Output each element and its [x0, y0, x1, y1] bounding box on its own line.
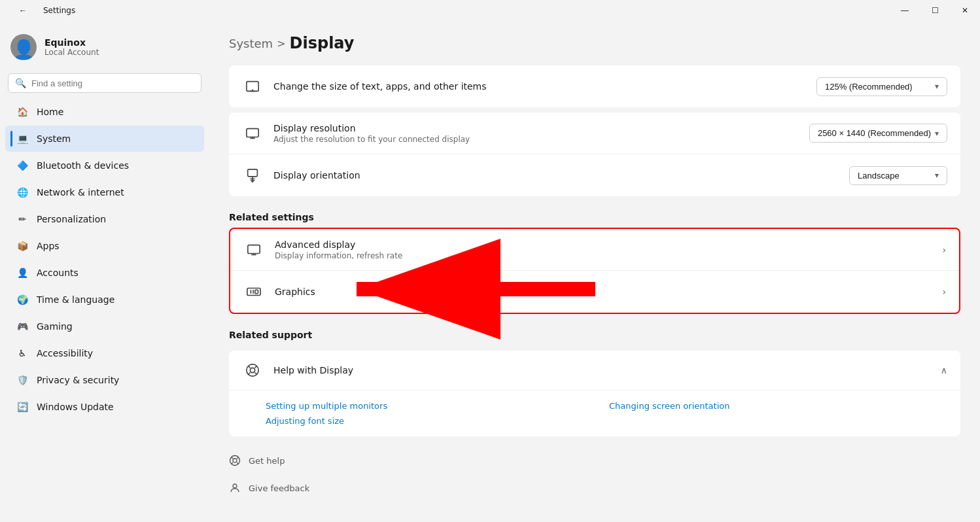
- back-button[interactable]: ←: [8, 0, 38, 21]
- resolution-row[interactable]: Display resolution Adjust the resolution…: [229, 113, 960, 154]
- bluetooth-nav-icon: 🔷: [16, 159, 29, 172]
- apps-nav-icon: 📦: [16, 239, 29, 252]
- advanced-display-chevron-icon: ›: [942, 245, 946, 255]
- sidebar-item-personalization[interactable]: ✏️Personalization: [5, 206, 204, 232]
- scale-icon: [242, 76, 263, 97]
- maximize-button[interactable]: ☐: [920, 0, 950, 21]
- related-support-card: Help with Display ∧ Setting up multiple …: [229, 351, 960, 436]
- get-help-action[interactable]: Get help: [229, 449, 960, 472]
- orientation-row[interactable]: Display orientation Landscape ▾: [229, 154, 960, 196]
- svg-rect-13: [255, 290, 258, 294]
- scale-value: 125% (Recommended): [825, 82, 913, 92]
- nav-list: 🏠Home💻System🔷Bluetooth & devices🌐Network…: [0, 98, 209, 421]
- sidebar-item-label-gaming: Gaming: [37, 321, 73, 332]
- resolution-orientation-card: Display resolution Adjust the resolution…: [229, 113, 960, 196]
- svg-rect-7: [248, 245, 260, 253]
- help-collapse-icon: ∧: [941, 365, 947, 375]
- svg-point-21: [233, 459, 237, 462]
- app-body: 👤 Equinox Local Account 🔍 🏠Home💻System🔷B…: [0, 21, 980, 522]
- advanced-display-title: Advanced display: [275, 239, 946, 250]
- home-nav-icon: 🏠: [16, 105, 29, 118]
- user-type: Local Account: [44, 48, 99, 57]
- resolution-text: Display resolution Adjust the resolution…: [273, 123, 809, 144]
- get-help-icon: [229, 455, 241, 466]
- search-input[interactable]: [31, 78, 194, 88]
- bottom-actions: Get help Give feedback: [229, 449, 960, 499]
- orientation-chevron-icon: ▾: [935, 171, 939, 180]
- sidebar-item-time[interactable]: 🌍Time & language: [5, 287, 204, 313]
- svg-point-15: [250, 368, 254, 372]
- update-nav-icon: 🔄: [16, 400, 29, 413]
- sidebar-item-network[interactable]: 🌐Network & internet: [5, 179, 204, 205]
- svg-line-23: [237, 457, 238, 459]
- accessibility-nav-icon: ♿: [16, 347, 29, 360]
- orientation-control: Landscape ▾: [849, 166, 947, 185]
- avatar: 👤: [10, 34, 37, 60]
- sidebar-item-system[interactable]: 💻System: [5, 126, 204, 152]
- display-orientation-icon: [242, 165, 263, 186]
- orientation-dropdown[interactable]: Landscape ▾: [849, 166, 947, 185]
- related-settings-box: Advanced display Display information, re…: [229, 228, 960, 314]
- graphics-row[interactable]: Graphics ›: [230, 271, 959, 313]
- sidebar-item-label-time: Time & language: [37, 294, 114, 305]
- scale-setting-row[interactable]: Change the size of text, apps, and other…: [229, 65, 960, 107]
- scale-control: 125% (Recommended) ▾: [816, 77, 947, 96]
- top-card-truncated: Change the size of text, apps, and other…: [229, 65, 960, 107]
- sidebar-item-label-bluetooth: Bluetooth & devices: [37, 160, 129, 171]
- sidebar-item-privacy[interactable]: 🛡️Privacy & security: [5, 367, 204, 393]
- user-info: Equinox Local Account: [44, 37, 99, 57]
- help-with-display-header[interactable]: Help with Display ∧: [229, 351, 960, 391]
- window-controls: — ☐ ✕: [890, 0, 980, 21]
- give-feedback-action[interactable]: Give feedback: [229, 477, 960, 499]
- app-title: Settings: [43, 6, 75, 15]
- sidebar-item-gaming[interactable]: 🎮Gaming: [5, 313, 204, 339]
- scale-chevron-icon: ▾: [935, 82, 939, 91]
- sidebar-item-apps[interactable]: 📦Apps: [5, 233, 204, 259]
- support-link-font[interactable]: Adjusting font size: [266, 416, 604, 426]
- support-link-orientation[interactable]: Changing screen orientation: [609, 401, 947, 411]
- advanced-display-row[interactable]: Advanced display Display information, re…: [230, 229, 959, 271]
- sidebar-item-label-apps: Apps: [37, 241, 60, 251]
- sidebar-item-label-accounts: Accounts: [37, 268, 79, 278]
- scale-title: Change the size of text, apps, and other…: [273, 81, 816, 92]
- sidebar-item-accessibility[interactable]: ♿Accessibility: [5, 340, 204, 366]
- orientation-title: Display orientation: [273, 170, 849, 181]
- svg-line-22: [232, 457, 233, 459]
- help-with-display-title: Help with Display: [273, 365, 941, 375]
- sidebar-item-label-home: Home: [37, 107, 63, 117]
- resolution-control: 2560 × 1440 (Recommended) ▾: [809, 124, 947, 143]
- titlebar-left: ← Settings: [8, 0, 75, 21]
- orientation-text: Display orientation: [273, 170, 849, 181]
- support-links-grid: Setting up multiple monitors Changing sc…: [266, 401, 947, 426]
- sidebar-item-bluetooth[interactable]: 🔷Bluetooth & devices: [5, 152, 204, 179]
- sidebar-item-accounts[interactable]: 👤Accounts: [5, 260, 204, 286]
- sidebar-item-label-accessibility: Accessibility: [37, 348, 93, 358]
- svg-line-24: [232, 462, 233, 464]
- support-link-monitors[interactable]: Setting up multiple monitors: [266, 401, 604, 411]
- advanced-display-text: Advanced display Display information, re…: [275, 239, 946, 260]
- network-nav-icon: 🌐: [16, 186, 29, 199]
- close-button[interactable]: ✕: [950, 0, 980, 21]
- search-box[interactable]: 🔍: [8, 73, 201, 93]
- scale-text: Change the size of text, apps, and other…: [273, 81, 816, 92]
- resolution-value: 2560 × 1440 (Recommended): [818, 128, 931, 138]
- user-profile[interactable]: 👤 Equinox Local Account: [0, 26, 209, 73]
- resolution-dropdown[interactable]: 2560 × 1440 (Recommended) ▾: [809, 124, 947, 143]
- sidebar-item-label-system: System: [37, 133, 71, 144]
- svg-point-26: [233, 484, 237, 488]
- related-settings-label: Related settings: [229, 201, 960, 228]
- scale-dropdown[interactable]: 125% (Recommended) ▾: [816, 77, 947, 96]
- graphics-icon: [243, 281, 264, 302]
- breadcrumb-separator: >: [277, 37, 285, 50]
- search-icon: 🔍: [15, 78, 26, 88]
- svg-rect-6: [248, 169, 258, 177]
- svg-rect-3: [247, 128, 258, 137]
- graphics-title: Graphics: [275, 287, 946, 297]
- sidebar-item-label-privacy: Privacy & security: [37, 375, 119, 385]
- svg-line-18: [249, 373, 251, 375]
- minimize-button[interactable]: —: [890, 0, 920, 21]
- help-icon: [242, 360, 263, 381]
- resolution-chevron-icon: ▾: [935, 129, 939, 138]
- sidebar-item-update[interactable]: 🔄Windows Update: [5, 394, 204, 420]
- sidebar-item-home[interactable]: 🏠Home: [5, 99, 204, 125]
